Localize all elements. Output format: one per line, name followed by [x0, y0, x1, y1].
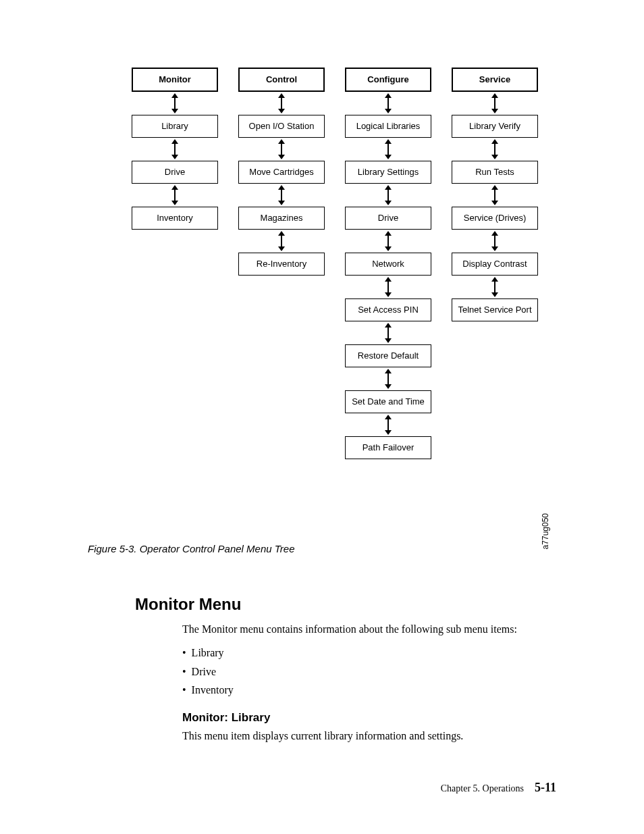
menu-item-box: Path Failover	[345, 436, 431, 459]
section-heading: Monitor Menu	[135, 595, 543, 614]
bullet-dot-icon: •	[182, 647, 186, 658]
connector-double-arrow	[278, 139, 285, 159]
connector-double-arrow	[385, 139, 392, 159]
connector-double-arrow	[491, 185, 498, 205]
figure-caption: Figure 5-3. Operator Control Panel Menu …	[88, 543, 556, 554]
connector-double-arrow	[171, 185, 178, 205]
intro-paragraph: The Monitor menu contains information ab…	[182, 622, 543, 637]
bullet-text: Drive	[192, 666, 216, 677]
bullet-dot-icon: •	[182, 684, 186, 696]
page-footer: Chapter 5. Operations 5-11	[441, 781, 556, 795]
connector-double-arrow	[278, 185, 285, 205]
menu-item-box: Restore Default	[345, 344, 431, 367]
bullet-list: •Library•Drive•Inventory	[182, 644, 543, 699]
menu-header-box: Control	[238, 68, 325, 92]
menu-item-box: Display Contrast	[452, 253, 538, 276]
subsection-paragraph: This menu item displays current library …	[182, 729, 543, 744]
connector-double-arrow	[278, 231, 285, 251]
bullet-text: Library	[192, 647, 224, 658]
menu-item-box: Re-Inventory	[238, 253, 325, 276]
menu-item-box: Library Verify	[452, 115, 538, 138]
menu-item-box: Set Date and Time	[345, 390, 431, 413]
connector-double-arrow	[385, 93, 392, 113]
bullet-text: Inventory	[192, 684, 234, 696]
connector-double-arrow	[491, 277, 498, 297]
figure-reference-code: a77ug050	[541, 513, 550, 549]
connector-double-arrow	[385, 369, 392, 389]
menu-item-box: Service (Drives)	[452, 207, 538, 230]
menu-item-box: Open I/O Station	[238, 115, 325, 138]
menu-column: ConfigureLogical LibrariesLibrary Settin…	[345, 68, 431, 459]
menu-item-box: Magazines	[238, 207, 325, 230]
connector-double-arrow	[385, 185, 392, 205]
footer-page-number: 5-11	[535, 781, 556, 795]
menu-item-box: Network	[345, 253, 431, 276]
connector-double-arrow	[385, 415, 392, 435]
bullet-item: •Drive	[182, 662, 543, 681]
connector-double-arrow	[491, 231, 498, 251]
menu-column: ControlOpen I/O StationMove CartridgesMa…	[238, 68, 325, 276]
menu-header-box: Configure	[345, 68, 431, 92]
connector-double-arrow	[491, 93, 498, 113]
connector-double-arrow	[491, 139, 498, 159]
menu-header-box: Monitor	[132, 68, 218, 92]
menu-item-box: Logical Libraries	[345, 115, 431, 138]
menu-item-box: Run Tests	[452, 161, 538, 184]
menu-header-box: Service	[452, 68, 538, 92]
connector-double-arrow	[171, 93, 178, 113]
connector-double-arrow	[385, 277, 392, 297]
menu-item-box: Inventory	[132, 207, 218, 230]
connector-double-arrow	[385, 323, 392, 343]
menu-item-box: Library Settings	[345, 161, 431, 184]
menu-item-box: Drive	[132, 161, 218, 184]
bullet-item: •Library	[182, 644, 543, 662]
bullet-dot-icon: •	[182, 666, 186, 677]
menu-column: ServiceLibrary VerifyRun TestsService (D…	[452, 68, 538, 321]
menu-item-box: Move Cartridges	[238, 161, 325, 184]
menu-column: MonitorLibraryDriveInventory	[132, 68, 218, 230]
subsection-heading: Monitor: Library	[182, 711, 543, 725]
footer-chapter: Chapter 5. Operations	[441, 783, 524, 794]
bullet-item: •Inventory	[182, 681, 543, 699]
connector-double-arrow	[385, 231, 392, 251]
menu-item-box: Drive	[345, 207, 431, 230]
menu-item-box: Library	[132, 115, 218, 138]
connector-double-arrow	[171, 139, 178, 159]
menu-item-box: Set Access PIN	[345, 298, 431, 321]
menu-tree-diagram: MonitorLibraryDriveInventoryControlOpen …	[132, 68, 550, 527]
connector-double-arrow	[278, 93, 285, 113]
menu-item-box: Telnet Service Port	[452, 298, 538, 321]
